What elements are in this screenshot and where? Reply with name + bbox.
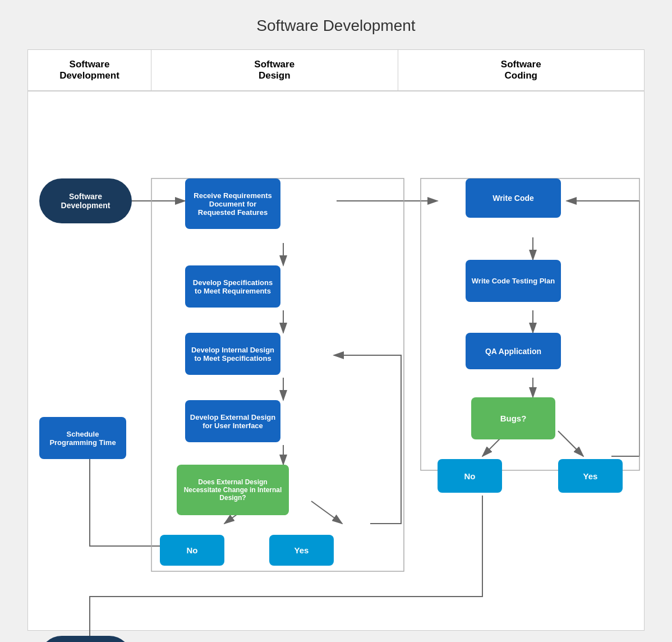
node-yes-design: Yes	[269, 535, 334, 566]
node-write-testing: Write Code Testing Plan	[466, 260, 561, 302]
header-design: SoftwareDesign	[151, 50, 398, 90]
page-title: Software Development	[27, 11, 645, 40]
diagram-container: SoftwareDevelopment SoftwareDesign Softw…	[27, 49, 645, 631]
header-coding: SoftwareCoding	[398, 50, 645, 90]
node-no-bugs: No	[438, 459, 502, 493]
node-yes-bugs: Yes	[558, 459, 623, 493]
node-develop-specs: Develop Specifications to Meet Requireme…	[185, 265, 280, 308]
diagram-body: Software Development Schedule Programmin…	[28, 91, 644, 630]
node-qa-app: QA Application	[466, 333, 561, 369]
node-no-design: No	[160, 535, 224, 566]
node-receive-req: Receive Requirements Document for Reques…	[185, 178, 280, 229]
node-bugs-decision: Bugs?	[471, 397, 555, 439]
node-develop-internal: Develop Internal Design to Meet Specific…	[185, 333, 280, 375]
node-write-code: Write Code	[466, 178, 561, 218]
header-dev: SoftwareDevelopment	[28, 50, 151, 90]
svg-line-13	[558, 431, 583, 456]
svg-line-7	[311, 501, 342, 524]
node-schedule-prog: Schedule Programming Time	[39, 417, 126, 459]
node-software-dev-start: Software Development	[39, 178, 132, 223]
node-develop-external: Develop External Design for User Interfa…	[185, 400, 280, 442]
page-wrapper: Software Development SoftwareDevelopment…	[27, 11, 645, 631]
node-external-decision: Does External Design Necessitate Change …	[177, 465, 289, 515]
node-release: Release to Future Build	[39, 636, 132, 642]
header-row: SoftwareDevelopment SoftwareDesign Softw…	[28, 50, 644, 91]
